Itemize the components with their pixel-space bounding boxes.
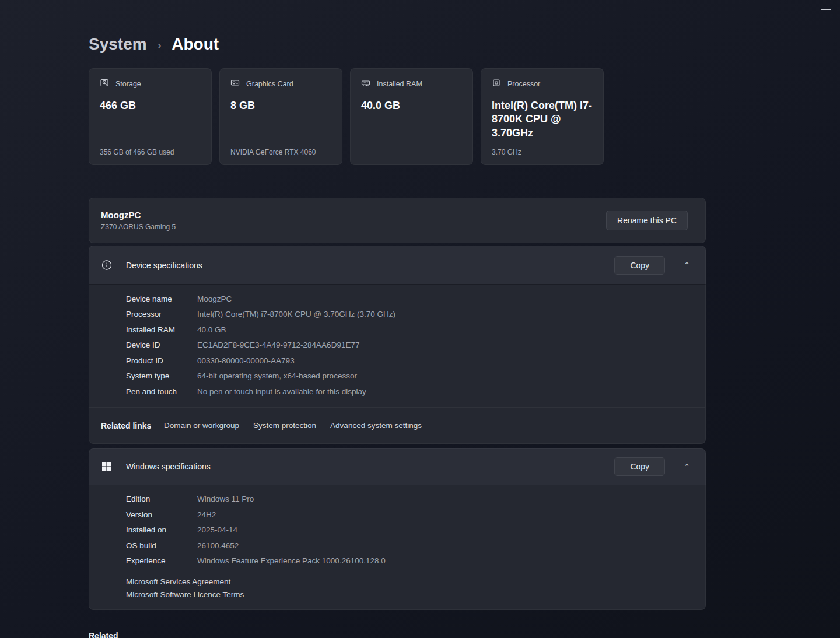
microsoft-software-licence-terms-link[interactable]: Microsoft Software Licence Terms	[126, 588, 244, 601]
spec-row-value: 24H2	[197, 510, 216, 519]
spec-row-value: EC1AD2F8-9CE3-4A49-9712-284AA6D91E77	[197, 341, 359, 349]
pc-model: Z370 AORUS Gaming 5	[101, 223, 176, 231]
card-footer: NVIDIA GeForce RTX 4060	[230, 148, 316, 156]
card-label: Storage	[116, 80, 141, 88]
spec-row: Experience Windows Feature Experience Pa…	[89, 553, 705, 569]
card-value: 40.0 GB	[361, 99, 462, 113]
copy-device-specs-button[interactable]: Copy	[614, 256, 665, 275]
card-value: 8 GB	[230, 99, 331, 113]
card-footer: 356 GB of 466 GB used	[100, 148, 174, 156]
spec-row-value: 40.0 GB	[197, 325, 226, 334]
spec-row-label: Installed on	[126, 525, 197, 534]
spec-row-value: 2025-04-14	[197, 525, 237, 534]
windows-specifications-section: Windows specifications Copy ⌃ Edition Wi…	[89, 448, 706, 611]
page-title: About	[172, 35, 219, 54]
copy-windows-specs-button[interactable]: Copy	[614, 457, 665, 476]
settings-about-page: System › About Storage 466 GB 356 GB of …	[89, 0, 706, 638]
card-value: 466 GB	[100, 99, 201, 113]
spec-row: Device ID EC1AD2F8-9CE3-4A49-9712-284AA6…	[89, 338, 705, 353]
license-links: Microsoft Services Agreement Microsoft S…	[89, 569, 705, 602]
card-footer: 3.70 GHz	[492, 148, 522, 156]
chevron-right-icon: ›	[158, 38, 162, 52]
spec-row-value: Windows Feature Experience Pack 1000.261…	[197, 556, 386, 565]
windows-logo-icon	[102, 461, 112, 472]
spec-row: Edition Windows 11 Pro	[89, 492, 705, 507]
spec-row: Installed on 2025-04-14	[89, 523, 705, 538]
spec-row: Installed RAM 40.0 GB	[89, 322, 705, 338]
info-icon	[102, 260, 112, 271]
spec-row-label: Experience	[126, 556, 197, 565]
spec-row: Product ID 00330-80000-00000-AA793	[89, 353, 705, 369]
windows-specifications-header[interactable]: Windows specifications Copy ⌃	[89, 448, 706, 485]
minimize-icon[interactable]	[821, 9, 831, 10]
spec-row-label: Version	[126, 510, 197, 519]
microsoft-services-agreement-link[interactable]: Microsoft Services Agreement	[126, 576, 230, 588]
processor-card: Processor Intel(R) Core(TM) i7-8700K CPU…	[481, 68, 604, 165]
graphics-card-card: Graphics Card 8 GB NVIDIA GeForce RTX 40…	[219, 68, 342, 165]
spec-row: OS build 26100.4652	[89, 538, 705, 553]
spec-row-label: Processor	[126, 310, 197, 318]
spec-row-value: MoogzPC	[197, 295, 232, 303]
spec-row-label: System type	[126, 371, 197, 380]
processor-icon	[492, 78, 501, 90]
breadcrumb: System › About	[89, 35, 706, 54]
spec-row: Processor Intel(R) Core(TM) i7-8700K CPU…	[89, 307, 705, 322]
spec-row-value: 26100.4652	[197, 541, 239, 550]
related-links-band: Related links Domain or workgroup System…	[89, 408, 706, 444]
spec-row-label: Installed RAM	[126, 325, 197, 334]
spec-row-label: OS build	[126, 541, 197, 550]
spec-row: Device name MoogzPC	[89, 291, 705, 307]
card-label: Processor	[508, 80, 540, 88]
pc-name-panel: MoogzPC Z370 AORUS Gaming 5 Rename this …	[89, 198, 706, 243]
spec-row: Pen and touch No pen or touch input is a…	[89, 384, 705, 399]
card-label: Installed RAM	[377, 80, 422, 88]
device-specifications-body: Device name MoogzPC Processor Intel(R) C…	[89, 284, 706, 408]
device-specifications-header[interactable]: Device specifications Copy ⌃	[89, 246, 706, 284]
storage-card: Storage 466 GB 356 GB of 466 GB used	[89, 68, 212, 165]
installed-ram-card: Installed RAM 40.0 GB	[350, 68, 473, 165]
domain-or-workgroup-link[interactable]: Domain or workgroup	[164, 421, 239, 430]
chevron-up-icon[interactable]: ⌃	[680, 460, 694, 474]
windows-specifications-body: Edition Windows 11 Pro Version 24H2 Inst…	[89, 485, 706, 611]
rename-pc-button[interactable]: Rename this PC	[606, 211, 688, 230]
ram-icon	[361, 78, 370, 90]
related-section-heading: Related	[89, 631, 706, 638]
card-label: Graphics Card	[246, 80, 293, 88]
system-protection-link[interactable]: System protection	[253, 421, 316, 430]
breadcrumb-system[interactable]: System	[89, 35, 147, 54]
summary-cards: Storage 466 GB 356 GB of 466 GB used Gra…	[89, 68, 706, 165]
spec-row-value: Intel(R) Core(TM) i7-8700K CPU @ 3.70GHz…	[197, 310, 396, 318]
section-title: Device specifications	[126, 261, 614, 270]
related-links-label: Related links	[101, 421, 164, 430]
graphics-card-icon	[230, 78, 240, 90]
device-specifications-section: Device specifications Copy ⌃ Device name…	[89, 246, 706, 444]
pc-name: MoogzPC	[101, 210, 176, 220]
spec-row-label: Device ID	[126, 341, 197, 349]
spec-row-value: 00330-80000-00000-AA793	[197, 356, 295, 365]
spec-row-label: Edition	[126, 495, 197, 503]
card-value: Intel(R) Core(TM) i7-8700K CPU @ 3.70GHz	[492, 99, 593, 140]
spec-row-value: 64-bit operating system, x64-based proce…	[197, 371, 357, 380]
storage-icon	[100, 78, 109, 90]
chevron-up-icon[interactable]: ⌃	[680, 258, 694, 272]
spec-row: Version 24H2	[89, 507, 705, 523]
spec-row-value: No pen or touch input is available for t…	[197, 387, 366, 396]
advanced-system-settings-link[interactable]: Advanced system settings	[330, 421, 422, 430]
pc-identity: MoogzPC Z370 AORUS Gaming 5	[101, 210, 176, 231]
section-title: Windows specifications	[126, 462, 614, 471]
spec-row-label: Pen and touch	[126, 387, 197, 396]
spec-row-label: Device name	[126, 295, 197, 303]
spec-row: System type 64-bit operating system, x64…	[89, 369, 705, 384]
spec-row-value: Windows 11 Pro	[197, 495, 254, 503]
spec-row-label: Product ID	[126, 356, 197, 365]
